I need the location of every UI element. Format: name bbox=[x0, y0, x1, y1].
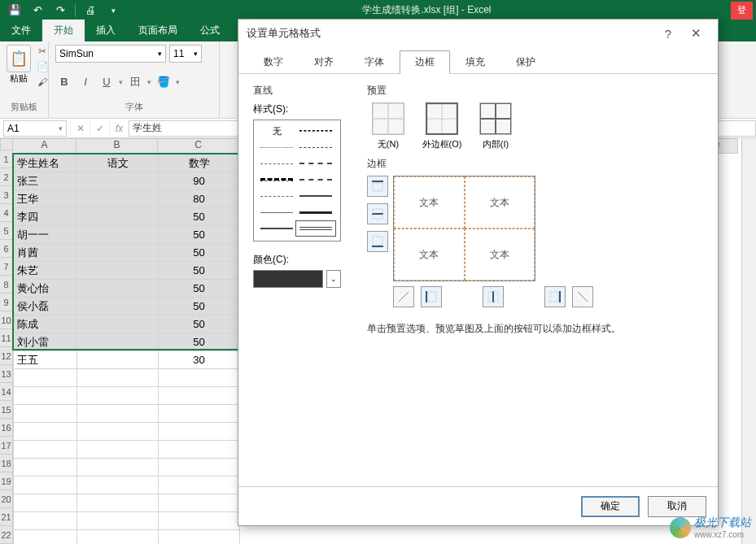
grid-cell[interactable] bbox=[14, 441, 77, 459]
grid-cell[interactable]: 朱艺 bbox=[14, 262, 77, 280]
style-dots[interactable] bbox=[257, 140, 296, 154]
redo-icon[interactable]: ↷ bbox=[50, 2, 70, 19]
ok-button[interactable]: 确定 bbox=[581, 496, 640, 517]
border-button[interactable]: 田 bbox=[126, 73, 144, 91]
tab-formula[interactable]: 公式 bbox=[189, 20, 231, 41]
grid-cell[interactable] bbox=[14, 494, 77, 512]
grid-cell[interactable] bbox=[77, 387, 159, 405]
col-header-B[interactable]: B bbox=[76, 138, 158, 154]
tab-layout[interactable]: 页面布局 bbox=[127, 20, 189, 41]
underline-button[interactable]: U bbox=[98, 73, 116, 91]
style-double[interactable] bbox=[296, 221, 335, 236]
grid-cell[interactable]: 50 bbox=[159, 262, 240, 280]
qat-dropdown-icon[interactable]: ▾ bbox=[103, 2, 123, 19]
grid-cell[interactable] bbox=[159, 459, 240, 477]
style-dashdot[interactable] bbox=[296, 140, 335, 154]
grid-cell[interactable] bbox=[77, 369, 159, 387]
cancel-formula-icon[interactable]: ✕ bbox=[70, 120, 90, 137]
grid-cell[interactable] bbox=[77, 208, 159, 226]
border-bottom-button[interactable] bbox=[367, 231, 388, 252]
style-dashdotdot[interactable] bbox=[296, 156, 335, 171]
style-thick[interactable] bbox=[296, 205, 335, 220]
grid-cell[interactable]: 陈成 bbox=[14, 316, 77, 333]
grid-cell[interactable] bbox=[14, 369, 77, 387]
tab-font[interactable]: 字体 bbox=[349, 50, 400, 74]
account-button[interactable]: 登 bbox=[731, 2, 753, 20]
grid-cell[interactable] bbox=[14, 387, 77, 405]
grid-cell[interactable] bbox=[159, 387, 240, 405]
grid-cell[interactable] bbox=[77, 494, 159, 512]
grid-cell[interactable]: 50 bbox=[159, 244, 240, 262]
grid-cell[interactable]: 王五 bbox=[14, 351, 77, 369]
italic-button[interactable]: I bbox=[76, 73, 94, 91]
grid-cell[interactable] bbox=[14, 530, 77, 545]
grid-cell[interactable] bbox=[77, 244, 159, 262]
grid-cell[interactable] bbox=[77, 459, 159, 477]
tab-home[interactable]: 开始 bbox=[42, 20, 85, 41]
confirm-formula-icon[interactable]: ✓ bbox=[90, 120, 109, 137]
grid-cell[interactable] bbox=[159, 494, 240, 512]
grid-cell[interactable] bbox=[159, 423, 240, 441]
name-box[interactable]: A1▾ bbox=[3, 120, 67, 137]
grid-cell[interactable] bbox=[77, 351, 159, 369]
grid-cell[interactable]: 90 bbox=[159, 172, 240, 190]
grid-cell[interactable]: 50 bbox=[159, 226, 240, 244]
grid-cell[interactable] bbox=[77, 405, 159, 423]
border-left-button[interactable] bbox=[421, 286, 442, 307]
style-medium[interactable] bbox=[296, 189, 335, 203]
header-cell[interactable]: 学生姓名 bbox=[14, 154, 77, 172]
grid-cell[interactable] bbox=[77, 423, 159, 441]
border-diag-up-button[interactable] bbox=[393, 286, 414, 307]
grid-cell[interactable] bbox=[14, 405, 77, 423]
style-thin[interactable] bbox=[257, 205, 296, 220]
grid-cell[interactable]: 张三 bbox=[14, 172, 77, 190]
grid-cell[interactable] bbox=[159, 512, 240, 530]
grid-cell[interactable]: 50 bbox=[159, 280, 240, 298]
border-preview[interactable]: 文本 文本 文本 文本 bbox=[393, 176, 535, 281]
col-header-C[interactable]: C bbox=[158, 138, 239, 154]
quickaccess-icon[interactable]: 🖨 bbox=[81, 2, 100, 19]
line-style-list[interactable]: 无 bbox=[253, 120, 341, 242]
font-name-select[interactable]: SimSun▾ bbox=[55, 45, 166, 63]
style-med2[interactable] bbox=[257, 221, 296, 236]
paste-button[interactable]: 📋 粘贴 bbox=[7, 45, 31, 89]
select-all-corner[interactable] bbox=[0, 138, 13, 150]
preset-outline[interactable]: 外边框(O) bbox=[421, 102, 463, 150]
grid-cell[interactable]: 50 bbox=[159, 333, 240, 351]
copy-icon[interactable]: 📄 bbox=[34, 60, 50, 73]
border-hmid-button[interactable] bbox=[367, 203, 388, 224]
help-icon[interactable]: ? bbox=[654, 27, 682, 41]
border-vmid-button[interactable] bbox=[483, 286, 504, 307]
grid-cell[interactable] bbox=[77, 316, 159, 333]
undo-icon[interactable]: ↶ bbox=[28, 2, 47, 19]
grid-cell[interactable] bbox=[77, 477, 159, 494]
grid-cell[interactable]: 王华 bbox=[14, 190, 77, 208]
grid-cell[interactable]: 肖茜 bbox=[14, 244, 77, 262]
cut-icon[interactable]: ✂ bbox=[34, 45, 50, 58]
grid-cell[interactable]: 侯小磊 bbox=[14, 298, 77, 316]
grid-cell[interactable] bbox=[77, 280, 159, 298]
style-none[interactable]: 无 bbox=[257, 124, 296, 138]
vertical-scrollbar[interactable] bbox=[741, 138, 756, 544]
grid-cell[interactable]: 80 bbox=[159, 190, 240, 208]
grid-cell[interactable] bbox=[77, 262, 159, 280]
tab-fill[interactable]: 填充 bbox=[450, 50, 500, 74]
grid-cell[interactable] bbox=[77, 298, 159, 316]
grid-cell[interactable] bbox=[14, 423, 77, 441]
border-top-button[interactable] bbox=[367, 176, 388, 197]
cancel-button[interactable]: 取消 bbox=[648, 496, 706, 517]
grid-cell[interactable] bbox=[77, 333, 159, 351]
grid-cell[interactable]: 50 bbox=[159, 298, 240, 316]
grid-cell[interactable]: 刘小雷 bbox=[14, 333, 77, 351]
color-swatch[interactable] bbox=[253, 270, 323, 288]
grid-cell[interactable] bbox=[77, 172, 159, 190]
style-dash-thin[interactable] bbox=[296, 124, 335, 138]
grid-cell[interactable] bbox=[77, 190, 159, 208]
border-diag-down-button[interactable] bbox=[572, 286, 593, 307]
preset-none[interactable]: 无(N) bbox=[367, 102, 409, 150]
grid-cell[interactable] bbox=[77, 530, 159, 545]
grid-cell[interactable] bbox=[159, 405, 240, 423]
bold-button[interactable]: B bbox=[55, 73, 73, 91]
format-painter-icon[interactable]: 🖌 bbox=[34, 76, 50, 89]
border-right-button[interactable] bbox=[544, 286, 566, 307]
